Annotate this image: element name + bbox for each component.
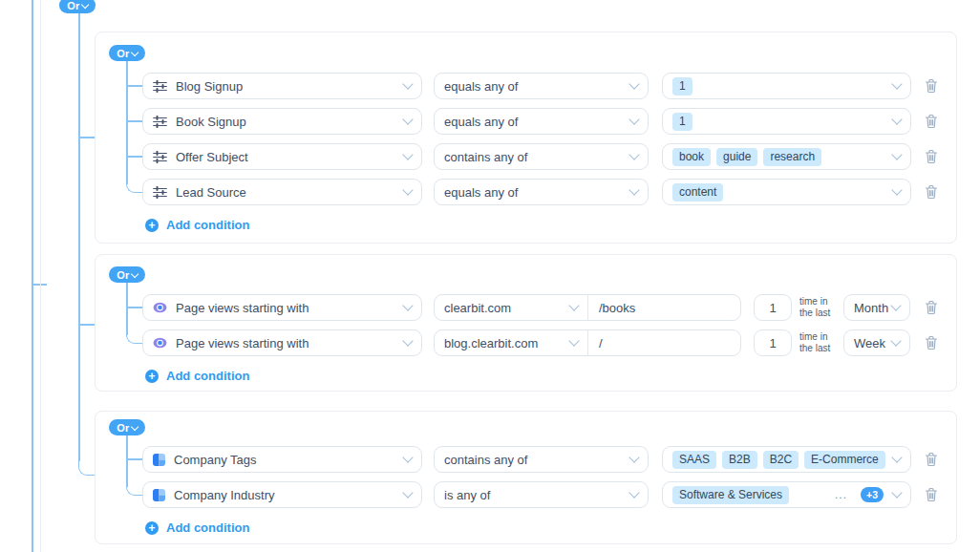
field-select[interactable]: Book Signup <box>142 108 422 135</box>
chevron-down-icon <box>891 452 902 462</box>
chevron-down-icon <box>628 149 639 159</box>
group-or-operator[interactable]: Or <box>109 419 145 435</box>
plus-icon: + <box>145 219 159 232</box>
operator-label: equals any of <box>444 185 518 200</box>
flag-icon <box>153 454 165 466</box>
flag-icon <box>153 489 165 501</box>
delete-condition-button[interactable] <box>924 113 939 130</box>
count-input[interactable]: 1 <box>754 294 792 321</box>
delete-condition-button[interactable] <box>924 299 939 316</box>
period-select[interactable]: Week <box>843 329 910 356</box>
delete-condition-button[interactable] <box>924 486 939 503</box>
chevron-down-icon <box>891 487 902 498</box>
condition-row: Company Industry is any of Software & Se… <box>96 481 956 508</box>
field-label: Page views starting with <box>176 336 309 350</box>
chevron-down-icon <box>402 487 413 498</box>
values-multiselect[interactable]: 1 <box>662 108 911 135</box>
overflow-ellipsis: ... <box>835 488 847 501</box>
value-tag: book <box>672 148 711 166</box>
chevron-down-icon <box>628 452 639 462</box>
chevron-down-icon <box>402 335 413 346</box>
value-tag: B2B <box>722 451 757 469</box>
value-tag: research <box>763 148 821 166</box>
chevron-down-icon <box>131 423 138 431</box>
operator-select[interactable]: equals any of <box>434 73 649 99</box>
value-tag: guide <box>716 148 757 166</box>
chevron-down-icon <box>890 335 901 346</box>
values-multiselect[interactable]: 1 <box>662 73 911 99</box>
sliders-icon <box>153 186 167 199</box>
delete-condition-button[interactable] <box>924 77 939 95</box>
domain-select[interactable]: clearbit.com <box>435 295 587 320</box>
values-multiselect[interactable]: SAAS B2B B2C E-Commerce <box>662 446 911 473</box>
condition-row: Page views starting with blog.clearbit.c… <box>96 329 956 356</box>
chevron-down-icon <box>402 452 413 462</box>
field-label: Blog Signup <box>176 79 243 94</box>
condition-group: Or Blog Signup equals any of <box>95 32 957 244</box>
delete-condition-button[interactable] <box>924 451 939 468</box>
values-multiselect[interactable]: book guide research <box>662 143 911 170</box>
operator-label: is any of <box>444 488 490 502</box>
condition-group: Or Company Tags contains any of <box>95 411 957 544</box>
sliders-icon <box>153 80 167 93</box>
operator-select[interactable]: is any of <box>434 481 649 508</box>
condition-group: Or Page views starting with <box>95 254 957 392</box>
period-label: Month <box>854 301 888 315</box>
operator-select[interactable]: contains any of <box>434 446 649 473</box>
sliders-icon <box>153 116 167 128</box>
root-or-operator[interactable]: Or <box>59 0 96 13</box>
domain-select[interactable]: blog.clearbit.com <box>435 330 587 355</box>
field-label: Company Tags <box>174 453 256 467</box>
delete-condition-button[interactable] <box>924 334 939 351</box>
plus-icon: + <box>145 370 159 383</box>
operator-label: equals any of <box>444 79 518 94</box>
field-select[interactable]: Page views starting with <box>142 329 422 356</box>
domain-label: blog.clearbit.com <box>444 336 538 350</box>
delete-condition-button[interactable] <box>924 183 939 201</box>
field-select[interactable]: Company Industry <box>142 481 422 508</box>
count-input[interactable]: 1 <box>754 329 792 356</box>
values-multiselect[interactable]: Software & Services ... +3 <box>662 481 911 508</box>
value-tag: content <box>672 183 723 202</box>
field-select[interactable]: Page views starting with <box>142 294 422 321</box>
period-select[interactable]: Month <box>843 294 910 321</box>
connector-elbow <box>78 461 96 476</box>
field-select[interactable]: Lead Source <box>142 179 422 205</box>
value-tag: E-Commerce <box>804 451 885 469</box>
condition-row: Blog Signup equals any of 1 <box>96 73 956 99</box>
path-input[interactable]: /books <box>588 295 740 320</box>
operator-label: Or <box>67 0 79 11</box>
chevron-down-icon <box>628 487 639 498</box>
field-select[interactable]: Offer Subject <box>142 143 422 170</box>
add-condition-button[interactable]: + Add condition <box>145 520 249 535</box>
connector-line <box>79 137 95 138</box>
path-input[interactable]: / <box>588 330 740 355</box>
operator-select[interactable]: equals any of <box>434 179 649 205</box>
add-condition-button[interactable]: + Add condition <box>145 369 249 383</box>
url-control: blog.clearbit.com / <box>434 329 741 356</box>
operator-select[interactable]: contains any of <box>434 143 649 170</box>
add-condition-button[interactable]: + Add condition <box>145 218 249 232</box>
field-select[interactable]: Blog Signup <box>142 73 422 99</box>
chevron-down-icon <box>402 184 413 195</box>
chevron-down-icon <box>891 149 902 159</box>
chevron-down-icon <box>131 49 138 56</box>
value-tag: SAAS <box>672 451 716 469</box>
field-label: Page views starting with <box>176 301 309 315</box>
connector-line <box>79 324 95 326</box>
delete-condition-button[interactable] <box>924 148 939 165</box>
domain-label: clearbit.com <box>444 301 511 315</box>
group-or-operator[interactable]: Or <box>109 45 145 61</box>
chevron-down-icon <box>402 78 413 89</box>
group-or-operator[interactable]: Or <box>109 266 145 283</box>
operator-select[interactable]: equals any of <box>434 108 649 135</box>
operator-label: Or <box>117 422 129 434</box>
values-multiselect[interactable]: content <box>662 179 911 205</box>
field-select[interactable]: Company Tags <box>142 446 422 473</box>
value-tag: 1 <box>672 113 692 131</box>
connector-line <box>78 13 80 461</box>
period-label: Week <box>854 336 885 350</box>
chevron-down-icon <box>891 114 902 124</box>
value-tag: Software & Services <box>672 486 789 504</box>
condition-row: Company Tags contains any of SAAS B2B B2… <box>96 446 956 473</box>
